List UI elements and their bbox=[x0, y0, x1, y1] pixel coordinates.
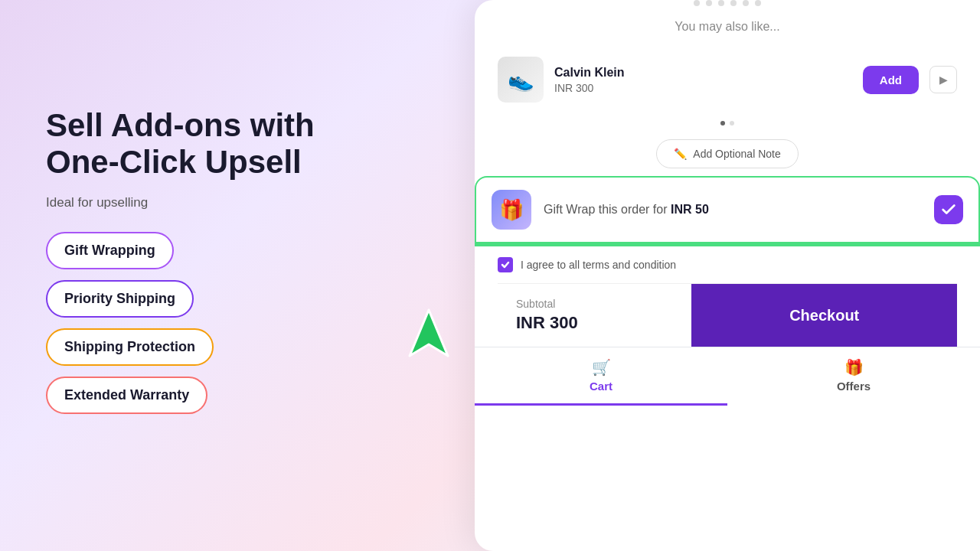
optional-note-row: ✏️ Add Optional Note bbox=[498, 139, 957, 168]
main-title: Sell Add-ons with One-Click Upsell bbox=[46, 107, 368, 181]
pencil-icon: ✏️ bbox=[674, 148, 687, 160]
tag-gift-wrapping: Gift Wrapping bbox=[46, 232, 174, 269]
left-panel: Sell Add-ons with One-Click Upsell Ideal… bbox=[46, 107, 368, 414]
dot-2 bbox=[706, 0, 712, 6]
gift-wrap-icon: 🎁 bbox=[492, 190, 531, 230]
add-product-button[interactable]: Add bbox=[863, 66, 919, 94]
add-optional-note-button[interactable]: ✏️ Add Optional Note bbox=[656, 139, 798, 168]
cart-label: Cart bbox=[590, 380, 612, 393]
mini-dot-1 bbox=[720, 121, 725, 126]
tag-shipping-protection: Shipping Protection bbox=[46, 328, 214, 366]
chevron-right-icon[interactable]: ▶ bbox=[929, 66, 957, 93]
dot-3 bbox=[718, 0, 724, 6]
subtitle: Ideal for upselling bbox=[46, 195, 368, 210]
panel-content: You may also like... 👟 Calvin Klein INR … bbox=[475, 0, 980, 168]
dot-4 bbox=[730, 0, 737, 6]
nav-bar: 🛒 Cart 🎁 Offers bbox=[475, 347, 980, 406]
product-name: Calvin Klein bbox=[554, 66, 852, 80]
subtotal-section: Subtotal INR 300 bbox=[498, 284, 691, 347]
also-like-title: You may also like... bbox=[498, 20, 957, 34]
product-thumbnail: 👟 bbox=[498, 57, 544, 103]
gift-wrap-card[interactable]: 🎁 Gift Wrap this order for INR 50 bbox=[475, 176, 980, 243]
right-panel: You may also like... 👟 Calvin Klein INR … bbox=[475, 0, 980, 551]
svg-marker-0 bbox=[410, 310, 448, 356]
offers-label: Offers bbox=[837, 380, 871, 393]
checkout-button[interactable]: Checkout bbox=[691, 284, 957, 347]
gift-wrap-check-icon[interactable] bbox=[934, 195, 963, 224]
cart-icon: 🛒 bbox=[592, 358, 611, 377]
product-info: Calvin Klein INR 300 bbox=[554, 66, 852, 94]
bottom-action-row: Subtotal INR 300 Checkout bbox=[498, 283, 957, 347]
nav-offers-item[interactable]: 🎁 Offers bbox=[727, 347, 980, 406]
offers-icon: 🎁 bbox=[844, 358, 864, 377]
terms-checkbox[interactable] bbox=[498, 257, 513, 272]
subtotal-label: Subtotal bbox=[516, 298, 673, 310]
subtotal-amount: INR 300 bbox=[516, 313, 673, 333]
product-price: INR 300 bbox=[554, 82, 852, 94]
terms-label: I agree to all terms and condition bbox=[521, 259, 676, 271]
tag-priority-shipping: Priority Shipping bbox=[46, 280, 194, 318]
tag-extended-warranty: Extended Warranty bbox=[46, 377, 207, 414]
product-row: 👟 Calvin Klein INR 300 Add ▶ bbox=[498, 49, 957, 110]
nav-cart-item[interactable]: 🛒 Cart bbox=[475, 347, 727, 406]
mini-dots bbox=[498, 121, 957, 126]
terms-row: I agree to all terms and condition bbox=[498, 246, 957, 283]
dot-1 bbox=[694, 0, 700, 6]
mini-dot-2 bbox=[730, 121, 734, 126]
dot-6 bbox=[755, 0, 761, 6]
tag-list: Gift Wrapping Priority Shipping Shipping… bbox=[46, 232, 368, 414]
dot-5 bbox=[743, 0, 749, 6]
arrow-cursor-icon bbox=[406, 306, 452, 360]
dots-navigation bbox=[498, 0, 957, 6]
gift-wrap-label: Gift Wrap this order for INR 50 bbox=[544, 203, 922, 217]
terms-container: I agree to all terms and condition Subto… bbox=[475, 246, 980, 347]
